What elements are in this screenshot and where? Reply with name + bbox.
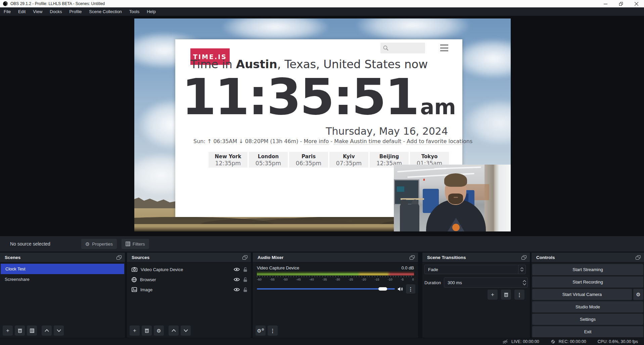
virtual-camera-config-button[interactable]: ⚙: [633, 289, 643, 300]
start-virtual-camera-button[interactable]: Start Virtual Camera: [532, 289, 632, 300]
settings-button[interactable]: Settings: [532, 314, 643, 325]
unlock-icon[interactable]: [243, 287, 247, 292]
source-row-video-capture[interactable]: Video Capture Device: [127, 264, 251, 274]
dock-popout-icon[interactable]: [242, 255, 247, 260]
rec-timer: REC: 00:00:00: [559, 339, 586, 344]
city-kyiv[interactable]: Kyiv07:35pm: [329, 152, 368, 168]
audio-mixer-dock-header[interactable]: Audio Mixer: [253, 253, 418, 263]
program-canvas[interactable]: TIME.IS Time in Austin, Texas, United St…: [134, 18, 511, 231]
transition-properties-button[interactable]: ⋮: [514, 290, 524, 300]
volume-meter: -60-55-50-45-40-35-30-25-20-15-10-50: [257, 272, 414, 281]
scene-item-clock-test[interactable]: Clock Test: [1, 264, 124, 274]
mixer-menu-button[interactable]: ⋮: [268, 326, 278, 336]
chevron-down-icon: [184, 329, 188, 332]
eye-icon[interactable]: [234, 267, 240, 271]
webcam-video-source: [394, 165, 511, 231]
scene-item-screenshare[interactable]: Screenshare: [0, 274, 125, 285]
unlock-icon[interactable]: [243, 267, 247, 272]
kebab-icon: ⋮: [517, 292, 522, 297]
duration-input[interactable]: 300 ms: [444, 277, 528, 288]
filters-button[interactable]: Filters: [122, 239, 149, 249]
mixer-channel-name: Video Capture Device: [257, 265, 299, 270]
sources-dock-header[interactable]: Sources: [127, 253, 251, 263]
city-london[interactable]: London05:35pm: [249, 152, 288, 168]
combo-spinner-icons[interactable]: [518, 265, 525, 274]
window-title: OBS 29.1.2 - Profile: LLHLS BETA - Scene…: [10, 1, 105, 6]
hamburger-menu-icon[interactable]: [440, 44, 448, 51]
gear-icon: ⚙: [156, 328, 161, 333]
mixer-channel-menu-button[interactable]: ⋮: [406, 284, 415, 294]
studio-mode-button[interactable]: Studio Mode: [532, 301, 643, 312]
controls-dock-header[interactable]: Controls: [532, 253, 644, 263]
mixer-level-db: 0.0 dB: [401, 265, 414, 270]
exit-button[interactable]: Exit: [532, 326, 643, 337]
move-source-up-button[interactable]: [169, 326, 179, 336]
advanced-audio-button[interactable]: ⚙⚙: [256, 326, 266, 336]
make-default-link[interactable]: Make Austin time default: [334, 138, 401, 145]
menu-view[interactable]: View: [29, 7, 46, 16]
eye-icon[interactable]: [234, 288, 240, 292]
audio-mixer-toolbar: ⚙⚙ ⋮: [256, 326, 278, 336]
search-input[interactable]: [380, 43, 425, 53]
cpu-fps-stats: CPU: 0.6%, 30.00 fps: [598, 339, 638, 344]
city-paris[interactable]: Paris06:35pm: [289, 152, 328, 168]
scenes-toolbar: ＋: [3, 326, 64, 336]
transition-select[interactable]: Fade: [424, 265, 526, 274]
dock-popout-icon[interactable]: [636, 255, 641, 260]
speaker-icon[interactable]: [398, 287, 403, 292]
search-icon: [383, 45, 389, 51]
maximize-button[interactable]: [613, 0, 629, 7]
remove-transition-button[interactable]: [501, 290, 511, 300]
source-row-image[interactable]: Image: [127, 285, 251, 295]
unlock-icon[interactable]: [243, 277, 247, 282]
eye-icon[interactable]: [234, 277, 240, 282]
volume-slider[interactable]: [257, 288, 395, 290]
menu-tools[interactable]: Tools: [126, 7, 143, 16]
city-new-york[interactable]: New York12:35pm: [209, 152, 247, 168]
clock-digits: 11:35:51: [182, 68, 418, 126]
gears-icon: ⚙⚙: [257, 328, 264, 333]
move-scene-down-button[interactable]: [54, 326, 64, 336]
start-streaming-button[interactable]: Start Streaming: [532, 264, 643, 275]
menu-edit[interactable]: Edit: [14, 7, 29, 16]
minimize-button[interactable]: [598, 0, 613, 7]
properties-button[interactable]: ⚙ Properties: [81, 239, 117, 249]
current-time: 11:35:51am: [175, 72, 462, 122]
scenes-dock-header[interactable]: Scenes: [0, 253, 125, 263]
clock-meridiem: am: [420, 95, 456, 119]
sources-toolbar: ＋ ⚙: [130, 326, 191, 336]
menu-docks[interactable]: Docks: [46, 7, 65, 16]
add-source-button[interactable]: ＋: [130, 326, 140, 336]
record-status-icon: [551, 339, 555, 344]
menu-scene-collection[interactable]: Scene Collection: [85, 7, 126, 16]
chevron-up-icon: [45, 329, 49, 332]
dock-popout-icon[interactable]: [410, 255, 415, 260]
add-favorite-link[interactable]: Add to favorite locations: [407, 138, 472, 145]
close-button[interactable]: [629, 0, 644, 7]
duration-label: Duration: [424, 280, 444, 285]
move-source-down-button[interactable]: [181, 326, 191, 336]
menu-bar: File Edit View Docks Profile Scene Colle…: [0, 7, 644, 16]
source-row-browser[interactable]: Browser: [127, 274, 251, 285]
start-recording-button[interactable]: Start Recording: [532, 276, 643, 288]
menu-file[interactable]: File: [0, 7, 14, 16]
dock-popout-icon[interactable]: [521, 255, 526, 260]
gear-icon: ⚙: [85, 242, 90, 247]
kebab-icon: ⋮: [270, 328, 275, 333]
scene-filters-button[interactable]: [27, 326, 37, 336]
add-scene-button[interactable]: ＋: [3, 326, 13, 336]
move-scene-up-button[interactable]: [42, 326, 52, 336]
menu-help[interactable]: Help: [143, 7, 159, 16]
add-transition-button[interactable]: ＋: [488, 290, 498, 300]
source-properties-button[interactable]: ⚙: [154, 326, 164, 336]
menu-profile[interactable]: Profile: [65, 7, 85, 16]
sources-list: Video Capture Device Browser I: [127, 263, 251, 295]
gear-icon: ⚙: [636, 292, 640, 297]
volume-slider-handle[interactable]: [378, 287, 387, 291]
more-info-link[interactable]: More info: [304, 138, 329, 145]
remove-source-button[interactable]: [142, 326, 152, 336]
scene-transitions-dock-header[interactable]: Scene Transitions: [422, 253, 530, 263]
spinbox-arrows[interactable]: [523, 278, 526, 287]
remove-scene-button[interactable]: [15, 326, 25, 336]
dock-popout-icon[interactable]: [117, 255, 122, 260]
